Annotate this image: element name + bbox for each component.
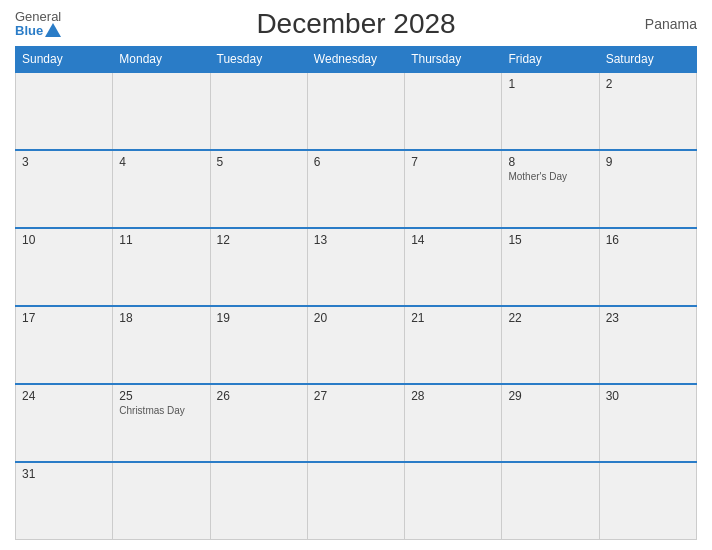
day-number: 27 [314, 389, 398, 403]
calendar-day-cell: 8Mother's Day [502, 150, 599, 228]
calendar-week-row: 10111213141516 [16, 228, 697, 306]
day-number: 31 [22, 467, 106, 481]
calendar-day-cell [113, 72, 210, 150]
calendar-day-cell: 14 [405, 228, 502, 306]
day-number: 20 [314, 311, 398, 325]
calendar-day-cell: 18 [113, 306, 210, 384]
calendar-week-row: 12 [16, 72, 697, 150]
calendar-week-row: 345678Mother's Day9 [16, 150, 697, 228]
calendar-day-cell: 15 [502, 228, 599, 306]
day-number: 24 [22, 389, 106, 403]
calendar-day-cell: 10 [16, 228, 113, 306]
day-number: 4 [119, 155, 203, 169]
calendar-day-cell: 21 [405, 306, 502, 384]
event-label: Mother's Day [508, 171, 592, 182]
calendar-day-cell: 24 [16, 384, 113, 462]
weekday-header: Saturday [599, 47, 696, 73]
day-number: 7 [411, 155, 495, 169]
weekday-header: Thursday [405, 47, 502, 73]
day-number: 30 [606, 389, 690, 403]
event-label: Christmas Day [119, 405, 203, 416]
weekday-header: Tuesday [210, 47, 307, 73]
day-number: 23 [606, 311, 690, 325]
calendar-day-cell [16, 72, 113, 150]
calendar-day-cell [405, 462, 502, 540]
day-number: 11 [119, 233, 203, 247]
day-number: 9 [606, 155, 690, 169]
calendar-day-cell: 31 [16, 462, 113, 540]
calendar-day-cell: 29 [502, 384, 599, 462]
calendar-day-cell: 11 [113, 228, 210, 306]
day-number: 8 [508, 155, 592, 169]
calendar-day-cell: 6 [307, 150, 404, 228]
day-number: 5 [217, 155, 301, 169]
calendar-day-cell [599, 462, 696, 540]
day-number: 19 [217, 311, 301, 325]
calendar-week-row: 2425Christmas Day2627282930 [16, 384, 697, 462]
day-number: 17 [22, 311, 106, 325]
calendar-day-cell: 9 [599, 150, 696, 228]
calendar-day-cell: 22 [502, 306, 599, 384]
calendar-day-cell: 17 [16, 306, 113, 384]
calendar-day-cell: 4 [113, 150, 210, 228]
calendar-day-cell [210, 462, 307, 540]
day-number: 12 [217, 233, 301, 247]
calendar-day-cell: 28 [405, 384, 502, 462]
calendar-day-cell: 7 [405, 150, 502, 228]
calendar-day-cell: 5 [210, 150, 307, 228]
calendar-day-cell: 19 [210, 306, 307, 384]
day-number: 29 [508, 389, 592, 403]
calendar-day-cell: 13 [307, 228, 404, 306]
weekday-header: Wednesday [307, 47, 404, 73]
calendar-week-row: 17181920212223 [16, 306, 697, 384]
calendar-week-row: 31 [16, 462, 697, 540]
day-number: 16 [606, 233, 690, 247]
day-number: 2 [606, 77, 690, 91]
calendar-header-row: SundayMondayTuesdayWednesdayThursdayFrid… [16, 47, 697, 73]
calendar-day-cell: 16 [599, 228, 696, 306]
day-number: 18 [119, 311, 203, 325]
calendar-day-cell [307, 72, 404, 150]
calendar-header: General Blue December 2028 Panama [15, 10, 697, 38]
calendar-day-cell: 26 [210, 384, 307, 462]
calendar-day-cell: 23 [599, 306, 696, 384]
day-number: 1 [508, 77, 592, 91]
calendar-day-cell [405, 72, 502, 150]
calendar-day-cell [210, 72, 307, 150]
logo-general-text: General [15, 10, 61, 23]
calendar-day-cell [502, 462, 599, 540]
country-label: Panama [645, 16, 697, 32]
calendar-day-cell: 3 [16, 150, 113, 228]
day-number: 10 [22, 233, 106, 247]
calendar-day-cell: 2 [599, 72, 696, 150]
day-number: 22 [508, 311, 592, 325]
logo-triangle-icon [45, 23, 61, 37]
calendar-day-cell [113, 462, 210, 540]
calendar-day-cell: 25Christmas Day [113, 384, 210, 462]
calendar-day-cell: 27 [307, 384, 404, 462]
day-number: 26 [217, 389, 301, 403]
weekday-header: Friday [502, 47, 599, 73]
logo: General Blue [15, 10, 61, 38]
day-number: 14 [411, 233, 495, 247]
calendar-day-cell: 30 [599, 384, 696, 462]
day-number: 3 [22, 155, 106, 169]
day-number: 28 [411, 389, 495, 403]
calendar-table: SundayMondayTuesdayWednesdayThursdayFrid… [15, 46, 697, 540]
calendar-day-cell: 20 [307, 306, 404, 384]
day-number: 15 [508, 233, 592, 247]
weekday-header: Sunday [16, 47, 113, 73]
day-number: 21 [411, 311, 495, 325]
day-number: 13 [314, 233, 398, 247]
calendar-day-cell [307, 462, 404, 540]
calendar-day-cell: 1 [502, 72, 599, 150]
calendar-day-cell: 12 [210, 228, 307, 306]
page-title: December 2028 [256, 8, 455, 40]
day-number: 25 [119, 389, 203, 403]
day-number: 6 [314, 155, 398, 169]
logo-blue-text: Blue [15, 24, 43, 37]
weekday-header: Monday [113, 47, 210, 73]
